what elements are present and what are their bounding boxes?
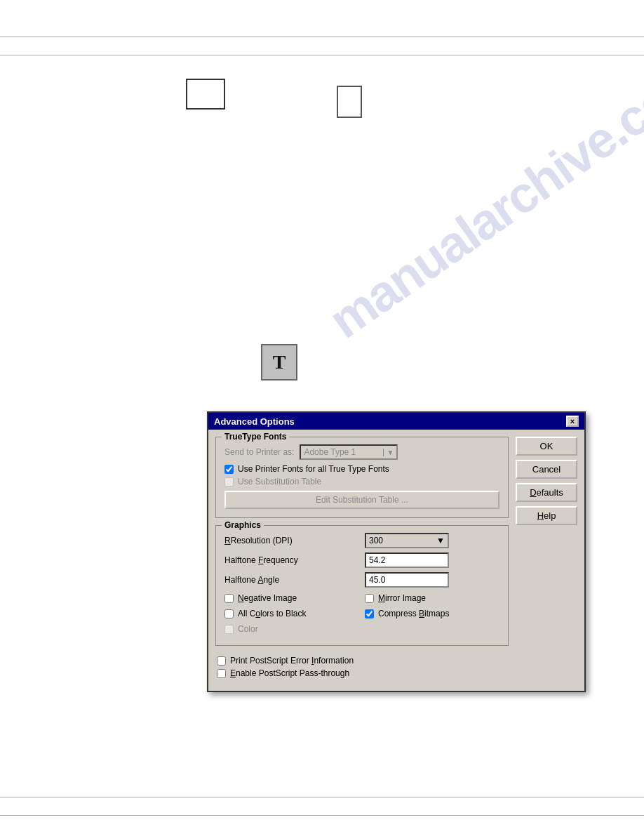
cancel-button[interactable]: Cancel <box>516 460 577 479</box>
landscape-page-icon <box>186 79 225 110</box>
dialog-left-panel: TrueType Fonts Send to Printer as: Adobe… <box>215 437 509 684</box>
truetype-group-label: TrueType Fonts <box>222 432 289 442</box>
halftone-angle-label: Halftone Angle <box>224 575 359 585</box>
graphics-grid: RResolution (DPI) 300 ▼ Halftone Frequen… <box>224 533 499 588</box>
all-colors-label: All Colors to Black <box>238 609 306 618</box>
all-colors-row: All Colors to Black <box>224 609 359 618</box>
mirror-image-row: Mirror Image <box>365 593 499 603</box>
resolution-label: RResolution (DPI) <box>224 536 359 545</box>
dialog-titlebar: Advanced Options × <box>208 413 584 430</box>
send-to-label: Send to Printer as: <box>224 447 294 457</box>
halftone-angle-input[interactable] <box>365 572 449 588</box>
use-printer-fonts-checkbox[interactable] <box>224 465 234 474</box>
dialog-close-button[interactable]: × <box>566 416 579 427</box>
resolution-dropdown[interactable]: 300 ▼ <box>365 533 449 548</box>
negative-image-row: Negative Image <box>224 593 359 603</box>
bottom-rule <box>0 797 644 797</box>
watermark-text: manualarchive.com <box>318 45 644 349</box>
dialog-title: Advanced Options <box>214 416 295 427</box>
top-rule <box>0 37 644 37</box>
use-sub-table-row: Use Substitution Table <box>224 477 499 486</box>
print-postscript-label: Print PostScript Error Information <box>230 656 354 666</box>
bottom-rule-2 <box>0 815 644 816</box>
use-sub-table-checkbox <box>224 477 234 486</box>
dialog-right-panel: OK Cancel Defaults Help <box>516 437 577 684</box>
resolution-arrow-icon: ▼ <box>436 536 445 545</box>
halftone-freq-input[interactable] <box>365 552 449 568</box>
truetype-icon: T <box>261 344 297 380</box>
ok-button[interactable]: OK <box>516 437 577 456</box>
dialog-body: TrueType Fonts Send to Printer as: Adobe… <box>208 430 584 691</box>
graphics-checkboxes: Negative Image Mirror Image All Colors t… <box>224 593 499 637</box>
print-postscript-row: Print PostScript Error Information <box>217 656 507 666</box>
truetype-fonts-group: TrueType Fonts Send to Printer as: Adobe… <box>215 437 509 518</box>
dropdown-value: Adobe Type 1 <box>304 447 356 457</box>
halftone-freq-label: Halftone Frequency <box>224 555 359 565</box>
mirror-image-checkbox[interactable] <box>365 594 374 603</box>
all-colors-checkbox[interactable] <box>224 609 234 618</box>
color-label: Color <box>238 624 258 634</box>
mirror-image-label: Mirror Image <box>378 593 426 603</box>
send-to-row: Send to Printer as: Adobe Type 1 ▼ <box>224 444 499 460</box>
compress-bitmaps-label: Compress Bitmaps <box>378 609 449 618</box>
dropdown-arrow-icon: ▼ <box>383 449 394 456</box>
enable-passthrough-label: Enable PostScript Pass-through <box>230 668 349 678</box>
compress-bitmaps-row: Compress Bitmaps <box>365 609 499 618</box>
help-button[interactable]: Help <box>516 506 577 525</box>
color-checkbox <box>224 625 234 634</box>
use-printer-fonts-row: Use Printer Fonts for all True Type Font… <box>224 464 499 474</box>
color-row: Color <box>224 624 359 634</box>
advanced-options-dialog: Advanced Options × TrueType Fonts Send t… <box>207 411 586 692</box>
graphics-group: Graphics RResolution (DPI) 300 ▼ Halfton… <box>215 525 509 646</box>
edit-substitution-table-button: Edit Substitution Table ... <box>224 491 499 509</box>
enable-passthrough-checkbox[interactable] <box>217 669 226 678</box>
graphics-group-label: Graphics <box>222 520 264 530</box>
use-sub-table-label: Use Substitution Table <box>238 477 321 486</box>
use-printer-fonts-label: Use Printer Fonts for all True Type Font… <box>238 464 389 474</box>
portrait-page-icon <box>337 86 362 118</box>
resolution-value: 300 <box>369 536 383 545</box>
send-to-dropdown[interactable]: Adobe Type 1 ▼ <box>300 444 398 460</box>
enable-passthrough-row: Enable PostScript Pass-through <box>217 668 507 678</box>
compress-bitmaps-checkbox[interactable] <box>365 609 374 618</box>
print-postscript-checkbox[interactable] <box>217 656 226 666</box>
top-rule-2 <box>0 55 644 55</box>
defaults-button[interactable]: Defaults <box>516 483 577 502</box>
negative-image-checkbox[interactable] <box>224 594 234 603</box>
negative-image-label: Negative Image <box>238 593 297 603</box>
postscript-section: Print PostScript Error Information Enabl… <box>215 653 509 684</box>
